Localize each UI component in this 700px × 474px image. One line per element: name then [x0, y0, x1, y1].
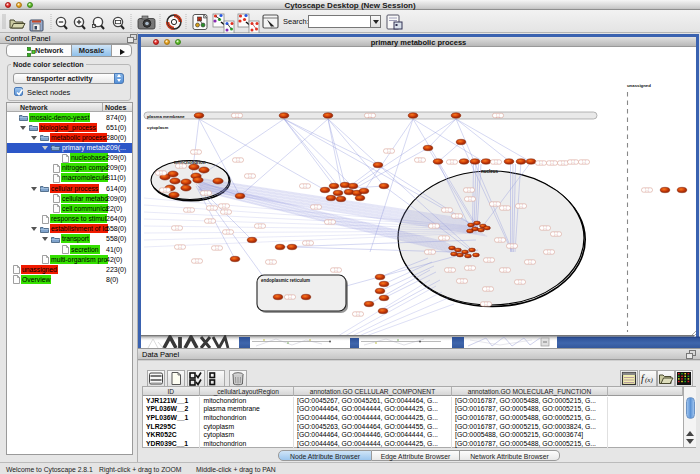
svg-text:[...]: [...] [226, 230, 230, 234]
svg-text:[...]: [...] [175, 226, 179, 230]
svg-text:[...]: [...] [178, 245, 182, 249]
svg-text:[...]: [...] [215, 246, 219, 250]
svg-text:[...]: [...] [258, 224, 262, 228]
svg-text:[...]: [...] [561, 161, 565, 165]
svg-text:[...]: [...] [498, 238, 502, 242]
svg-text:[...]: [...] [187, 208, 191, 212]
svg-text:[...]: [...] [503, 206, 507, 210]
svg-text:[...]: [...] [455, 214, 459, 218]
svg-text:[...]: [...] [448, 268, 452, 272]
svg-text:[...]: [...] [539, 161, 543, 165]
svg-text:[...]: [...] [204, 191, 208, 195]
svg-text:[...]: [...] [445, 208, 449, 212]
svg-text:[...]: [...] [334, 268, 338, 272]
svg-text:[...]: [...] [208, 219, 212, 223]
svg-text:[...]: [...] [486, 287, 490, 291]
svg-text:[...]: [...] [645, 188, 649, 192]
svg-text:[...]: [...] [328, 220, 332, 224]
svg-text:[...]: [...] [236, 158, 240, 162]
svg-text:nucleus: nucleus [481, 169, 499, 174]
svg-text:[...]: [...] [306, 241, 310, 245]
svg-text:[...]: [...] [547, 250, 551, 254]
svg-text:[...]: [...] [494, 160, 498, 164]
svg-text:[...]: [...] [269, 260, 273, 264]
svg-text:[...]: [...] [432, 224, 436, 228]
svg-text:[...]: [...] [460, 279, 464, 283]
svg-text:unassigned: unassigned [627, 83, 651, 88]
svg-text:[...]: [...] [467, 188, 471, 192]
svg-text:[...]: [...] [510, 244, 514, 248]
svg-text:[...]: [...] [418, 158, 422, 162]
svg-text:cytoplasm: cytoplasm [147, 125, 168, 130]
svg-text:[...]: [...] [368, 114, 372, 118]
svg-text:[...]: [...] [179, 164, 183, 168]
svg-text:[...]: [...] [163, 188, 167, 192]
svg-text:[...]: [...] [496, 114, 500, 118]
svg-text:[...]: [...] [468, 266, 472, 270]
svg-text:[...]: [...] [554, 232, 558, 236]
svg-text:[...]: [...] [582, 160, 586, 164]
svg-text:[...]: [...] [222, 204, 226, 208]
svg-text:[...]: [...] [224, 210, 228, 214]
svg-text:endoplasmic reticulum: endoplasmic reticulum [261, 278, 310, 283]
svg-text:[...]: [...] [468, 197, 472, 201]
svg-text:[...]: [...] [484, 302, 488, 306]
svg-text:[...]: [...] [503, 268, 507, 272]
svg-text:[...]: [...] [159, 171, 163, 175]
svg-text:plasma membrane: plasma membrane [147, 114, 185, 119]
svg-text:[...]: [...] [235, 114, 239, 118]
svg-text:[...]: [...] [543, 226, 547, 230]
svg-text:[...]: [...] [194, 150, 198, 154]
svg-text:[...]: [...] [314, 205, 318, 209]
svg-text:[...]: [...] [571, 160, 575, 164]
svg-text:[...]: [...] [528, 260, 532, 264]
svg-text:(x): (x) [645, 376, 653, 384]
svg-text:[...]: [...] [519, 204, 523, 208]
svg-text:[...]: [...] [288, 295, 292, 299]
svg-text:[...]: [...] [442, 236, 446, 240]
svg-text:[...]: [...] [248, 174, 252, 178]
svg-text:[...]: [...] [428, 250, 432, 254]
svg-text:[...]: [...] [493, 202, 497, 206]
svg-text:[...]: [...] [487, 258, 491, 262]
svg-text:[...]: [...] [550, 161, 554, 165]
svg-text:[...]: [...] [387, 149, 391, 153]
svg-text:[...]: [...] [356, 312, 360, 316]
svg-text:[...]: [...] [195, 259, 199, 263]
svg-text:[...]: [...] [303, 184, 307, 188]
svg-text:[...]: [...] [210, 206, 214, 210]
svg-text:[...]: [...] [518, 280, 522, 284]
svg-text:[...]: [...] [450, 160, 454, 164]
